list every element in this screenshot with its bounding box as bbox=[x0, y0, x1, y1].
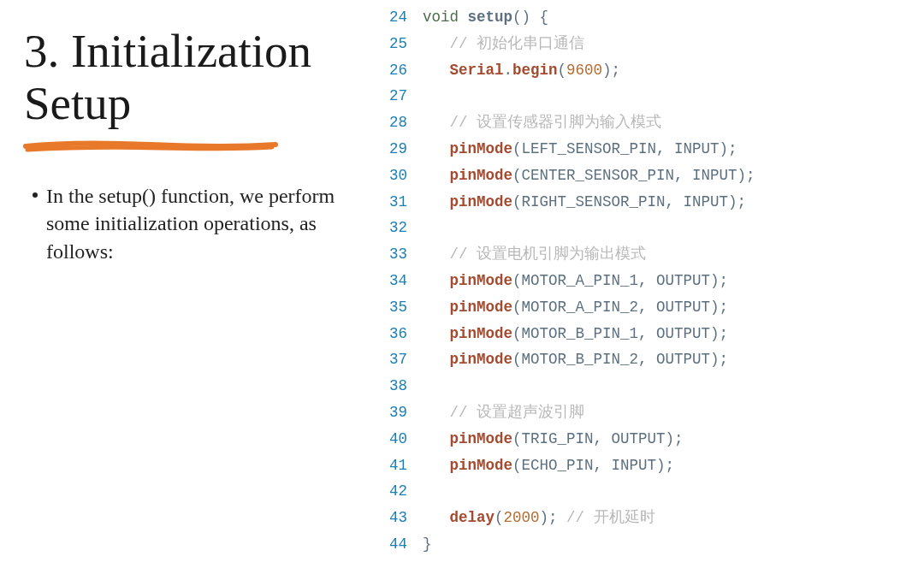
bullet-item: In the setup() function, we perform some… bbox=[24, 182, 359, 265]
code-content: pinMode(LEFT_SENSOR_PIN, INPUT); bbox=[423, 136, 915, 163]
text-panel: 3. Initialization Setup In the setup() f… bbox=[0, 0, 376, 574]
code-content bbox=[423, 373, 915, 399]
line-number: 44 bbox=[376, 531, 423, 558]
code-line: 25 // 初始化串口通信 bbox=[376, 31, 915, 57]
line-number: 37 bbox=[376, 346, 423, 373]
line-number: 25 bbox=[376, 31, 423, 57]
code-content: pinMode(ECHO_PIN, INPUT); bbox=[423, 453, 915, 479]
code-content: // 设置电机引脚为输出模式 bbox=[423, 241, 915, 268]
code-content bbox=[423, 478, 915, 505]
code-line: 28 // 设置传感器引脚为输入模式 bbox=[376, 109, 915, 136]
body-text: In the setup() function, we perform some… bbox=[46, 182, 354, 265]
bullet-icon bbox=[33, 192, 38, 198]
code-line: 44} bbox=[376, 531, 915, 558]
code-content bbox=[423, 215, 915, 241]
line-number: 38 bbox=[376, 373, 423, 399]
code-content: Serial.begin(9600); bbox=[423, 57, 915, 84]
line-number: 30 bbox=[376, 163, 423, 189]
code-line: 29 pinMode(LEFT_SENSOR_PIN, INPUT); bbox=[376, 136, 915, 163]
code-line: 26 Serial.begin(9600); bbox=[376, 57, 915, 84]
line-number: 27 bbox=[376, 83, 423, 109]
line-number: 29 bbox=[376, 136, 423, 163]
code-content: pinMode(MOTOR_B_PIN_2, OUTPUT); bbox=[423, 346, 915, 373]
code-content: // 设置超声波引脚 bbox=[423, 399, 915, 426]
line-number: 40 bbox=[376, 426, 423, 453]
code-line: 30 pinMode(CENTER_SENSOR_PIN, INPUT); bbox=[376, 163, 915, 189]
code-line: 31 pinMode(RIGHT_SENSOR_PIN, INPUT); bbox=[376, 189, 915, 216]
line-number: 43 bbox=[376, 505, 423, 531]
code-line: 38 bbox=[376, 373, 915, 399]
code-line: 35 pinMode(MOTOR_A_PIN_2, OUTPUT); bbox=[376, 294, 915, 321]
line-number: 36 bbox=[376, 321, 423, 347]
code-line: 27 bbox=[376, 83, 915, 109]
code-content: pinMode(TRIG_PIN, OUTPUT); bbox=[423, 426, 915, 453]
code-line: 40 pinMode(TRIG_PIN, OUTPUT); bbox=[376, 426, 915, 453]
code-content: pinMode(CENTER_SENSOR_PIN, INPUT); bbox=[423, 163, 915, 189]
code-content: pinMode(MOTOR_B_PIN_1, OUTPUT); bbox=[423, 321, 915, 347]
line-number: 35 bbox=[376, 294, 423, 321]
line-number: 32 bbox=[376, 215, 423, 241]
line-number: 41 bbox=[376, 453, 423, 479]
code-content: } bbox=[423, 531, 915, 558]
code-block: 24void setup() {25 // 初始化串口通信26 Serial.b… bbox=[376, 4, 915, 558]
slide-title: 3. Initialization Setup bbox=[24, 26, 359, 129]
code-line: 32 bbox=[376, 215, 915, 241]
code-line: 42 bbox=[376, 478, 915, 505]
line-number: 26 bbox=[376, 57, 423, 84]
code-line: 34 pinMode(MOTOR_A_PIN_1, OUTPUT); bbox=[376, 268, 915, 294]
code-content: // 初始化串口通信 bbox=[423, 31, 915, 57]
code-line: 37 pinMode(MOTOR_B_PIN_2, OUTPUT); bbox=[376, 346, 915, 373]
line-number: 34 bbox=[376, 268, 423, 294]
code-line: 43 delay(2000); // 开机延时 bbox=[376, 505, 915, 531]
line-number: 28 bbox=[376, 109, 423, 136]
line-number: 42 bbox=[376, 478, 423, 505]
code-line: 41 pinMode(ECHO_PIN, INPUT); bbox=[376, 453, 915, 479]
code-content: // 设置传感器引脚为输入模式 bbox=[423, 109, 915, 136]
code-line: 24void setup() { bbox=[376, 4, 915, 31]
code-content: delay(2000); // 开机延时 bbox=[423, 505, 915, 531]
code-line: 36 pinMode(MOTOR_B_PIN_1, OUTPUT); bbox=[376, 321, 915, 347]
line-number: 39 bbox=[376, 399, 423, 426]
code-content: pinMode(MOTOR_A_PIN_1, OUTPUT); bbox=[423, 268, 915, 294]
line-number: 31 bbox=[376, 189, 423, 216]
code-content: pinMode(MOTOR_A_PIN_2, OUTPUT); bbox=[423, 294, 915, 321]
code-content: pinMode(RIGHT_SENSOR_PIN, INPUT); bbox=[423, 189, 915, 216]
line-number: 33 bbox=[376, 241, 423, 268]
code-line: 39 // 设置超声波引脚 bbox=[376, 399, 915, 426]
code-line: 33 // 设置电机引脚为输出模式 bbox=[376, 241, 915, 268]
code-panel: 24void setup() {25 // 初始化串口通信26 Serial.b… bbox=[376, 0, 924, 574]
code-content: void setup() { bbox=[423, 4, 915, 31]
line-number: 24 bbox=[376, 4, 423, 31]
code-content bbox=[423, 83, 915, 109]
title-underline bbox=[22, 136, 279, 155]
